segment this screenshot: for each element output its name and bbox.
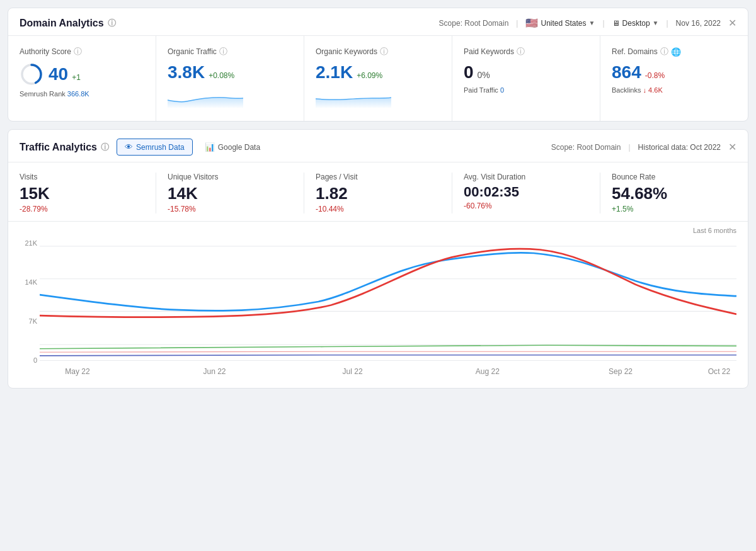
- traffic-analytics-card: Traffic Analytics ⓘ 👁 Semrush Data 📊 Goo…: [8, 129, 748, 389]
- svg-text:May 22: May 22: [65, 367, 90, 377]
- pages-per-visit-metric: Pages / Visit 1.82 -10.44%: [304, 173, 452, 213]
- ref-domains-info-icon[interactable]: ⓘ: [660, 46, 668, 57]
- y-label-21k: 21K: [20, 239, 37, 247]
- organic-traffic-metric: Organic Traffic ⓘ 3.8K +0.08%: [156, 36, 304, 121]
- device-selector[interactable]: 🖥 Desktop ▼: [612, 19, 659, 28]
- traffic-metrics-row: Visits 15K -28.79% Unique Visitors 14K -…: [8, 162, 748, 222]
- google-chart-icon: 📊: [205, 142, 215, 152]
- paid-keywords-metric: Paid Keywords ⓘ 0 0% Paid Traffic 0: [452, 36, 600, 121]
- organic-traffic-change: +0.08%: [209, 71, 234, 80]
- separator-1: |: [516, 19, 518, 28]
- pages-per-visit-label: Pages / Visit: [316, 173, 440, 181]
- domain-analytics-card: Domain Analytics ⓘ Scope: Root Domain | …: [8, 8, 748, 122]
- avg-visit-duration-value: 00:02:35: [464, 184, 588, 200]
- svg-text:Oct 22: Oct 22: [708, 367, 730, 377]
- traffic-scope-label: Scope: Root Domain: [551, 143, 621, 152]
- organic-keywords-change: +6.09%: [357, 71, 382, 80]
- authority-score-change: +1: [72, 73, 81, 82]
- separator-2: |: [602, 19, 604, 28]
- organic-keywords-value: 2.1K +6.09%: [316, 62, 440, 82]
- pages-per-visit-change: -10.44%: [316, 205, 440, 213]
- organic-traffic-value: 3.8K +0.08%: [168, 62, 292, 82]
- paid-keywords-value: 0 0%: [464, 62, 588, 82]
- domain-analytics-close-button[interactable]: ✕: [728, 17, 736, 29]
- organic-traffic-info-icon[interactable]: ⓘ: [219, 46, 227, 57]
- paid-keywords-change: 0%: [478, 70, 490, 80]
- svg-text:Jul 22: Jul 22: [343, 367, 363, 377]
- organic-keywords-metric: Organic Keywords ⓘ 2.1K +6.09%: [304, 36, 452, 121]
- us-flag-icon: 🇺🇸: [525, 17, 538, 29]
- desktop-icon: 🖥: [612, 19, 620, 28]
- country-selector[interactable]: 🇺🇸 United States ▼: [525, 17, 595, 29]
- bounce-rate-label: Bounce Rate: [612, 173, 736, 181]
- chart-period-label: Last 6 months: [20, 227, 736, 234]
- country-label: United States: [541, 19, 586, 28]
- ref-domains-metric: Ref. Domains ⓘ 🌐 864 -0.8% Backlinks ↓ 4…: [600, 36, 748, 121]
- domain-analytics-title: Domain Analytics ⓘ: [20, 18, 116, 29]
- unique-visitors-label: Unique Visitors: [168, 173, 292, 181]
- paid-traffic-sub: Paid Traffic 0: [464, 86, 588, 94]
- traffic-analytics-close-button[interactable]: ✕: [728, 141, 736, 153]
- visits-change: -28.79%: [20, 205, 144, 213]
- traffic-chart-area: Last 6 months 21K 14K 7K 0: [8, 222, 748, 388]
- separator-3: |: [666, 19, 668, 28]
- bounce-rate-metric: Bounce Rate 54.68% +1.5%: [600, 173, 748, 213]
- bounce-rate-change: +1.5%: [612, 205, 736, 213]
- y-label-0: 0: [20, 356, 37, 364]
- device-label: Desktop: [622, 19, 650, 28]
- traffic-analytics-title: Traffic Analytics ⓘ: [20, 142, 109, 153]
- unique-visitors-metric: Unique Visitors 14K -15.78%: [156, 173, 304, 213]
- ref-domains-label: Ref. Domains ⓘ 🌐: [612, 46, 736, 57]
- traffic-historical-label: Historical data: Oct 2022: [638, 143, 721, 152]
- google-data-tab[interactable]: 📊 Google Data: [197, 139, 268, 156]
- date-label: Nov 16, 2022: [676, 19, 721, 28]
- organic-keywords-info-icon[interactable]: ⓘ: [380, 46, 388, 57]
- organic-keywords-label: Organic Keywords ⓘ: [316, 46, 440, 57]
- organic-traffic-label: Organic Traffic ⓘ: [168, 46, 292, 57]
- country-chevron-icon: ▼: [589, 20, 595, 26]
- backlinks-sub: Backlinks ↓ 4.6K: [612, 86, 736, 94]
- paid-keywords-label: Paid Keywords ⓘ: [464, 46, 588, 57]
- unique-visitors-change: -15.78%: [168, 205, 292, 213]
- organic-keywords-sparkline: [316, 88, 391, 108]
- y-label-14k: 14K: [20, 278, 37, 286]
- ref-domains-value: 864 -0.8%: [612, 62, 736, 82]
- device-chevron-icon: ▼: [653, 20, 659, 26]
- chart-with-yaxis: 21K 14K 7K 0: [20, 239, 736, 378]
- visits-value: 15K: [20, 184, 144, 203]
- traffic-chart-svg: May 22 Jun 22 Jul 22 Aug 22 Sep 22 Oct 2…: [40, 239, 736, 378]
- semrush-data-tab[interactable]: 👁 Semrush Data: [117, 139, 193, 156]
- svg-text:Aug 22: Aug 22: [476, 367, 500, 377]
- traffic-header-right: Scope: Root Domain | Historical data: Oc…: [551, 141, 736, 153]
- visits-metric: Visits 15K -28.79%: [8, 173, 156, 213]
- domain-analytics-metrics-row: Authority Score ⓘ 40 +1 Semrush Rank 366…: [8, 36, 748, 121]
- organic-traffic-sparkline: [168, 88, 243, 108]
- traffic-analytics-info-icon[interactable]: ⓘ: [101, 142, 109, 153]
- domain-analytics-header-right: Scope: Root Domain | 🇺🇸 United States ▼ …: [439, 17, 736, 29]
- authority-score-metric: Authority Score ⓘ 40 +1 Semrush Rank 366…: [8, 36, 156, 121]
- unique-visitors-value: 14K: [168, 184, 292, 203]
- svg-text:Jun 22: Jun 22: [203, 367, 226, 377]
- chart-y-axis: 21K 14K 7K 0: [20, 239, 37, 378]
- domain-analytics-title-text: Domain Analytics: [20, 18, 104, 29]
- domain-scope-label: Scope: Root Domain: [439, 19, 509, 28]
- domain-analytics-info-icon[interactable]: ⓘ: [108, 18, 116, 29]
- pages-per-visit-value: 1.82: [316, 184, 440, 203]
- traffic-tab-buttons: 👁 Semrush Data 📊 Google Data: [117, 139, 268, 156]
- avg-visit-duration-label: Avg. Visit Duration: [464, 173, 588, 181]
- avg-visit-duration-change: -60.76%: [464, 202, 588, 210]
- authority-score-circle-icon: [20, 62, 43, 86]
- paid-keywords-info-icon[interactable]: ⓘ: [517, 46, 525, 57]
- domain-analytics-header: Domain Analytics ⓘ Scope: Root Domain | …: [8, 8, 748, 36]
- ref-domains-change: -0.8%: [645, 71, 665, 80]
- svg-text:Sep 22: Sep 22: [609, 367, 633, 377]
- traffic-title-area: Traffic Analytics ⓘ 👁 Semrush Data 📊 Goo…: [20, 139, 268, 156]
- authority-score-info-icon[interactable]: ⓘ: [74, 46, 82, 57]
- visits-label: Visits: [20, 173, 144, 181]
- avg-visit-duration-metric: Avg. Visit Duration 00:02:35 -60.76%: [452, 173, 600, 213]
- traffic-analytics-header: Traffic Analytics ⓘ 👁 Semrush Data 📊 Goo…: [8, 130, 748, 162]
- authority-score-value: 40 +1: [49, 64, 81, 84]
- bounce-rate-value: 54.68%: [612, 184, 736, 203]
- globe-icon: 🌐: [671, 47, 681, 57]
- semrush-icon: 👁: [125, 142, 133, 152]
